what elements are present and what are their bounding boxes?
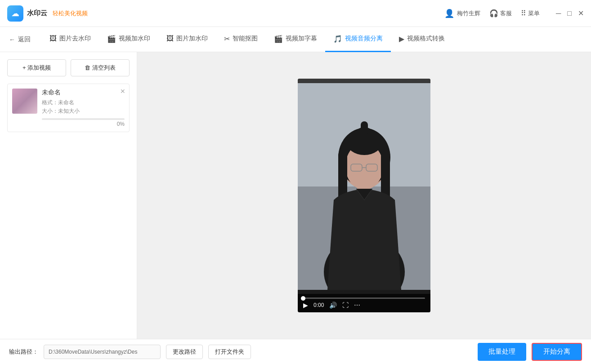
logo-icon: ☁ (7, 5, 23, 22)
user-name: 梅竹生辉 (457, 9, 480, 18)
more-button[interactable]: ⋯ (354, 302, 360, 309)
file-close-button[interactable]: ✕ (120, 88, 125, 95)
file-format: 格式：未命名 (42, 98, 125, 107)
format-value: 未命名 (58, 99, 74, 106)
file-info: 未命名 格式：未命名 大小：未知大小 0% (42, 89, 125, 127)
tab-video-format-convert-label: 视频格式转换 (407, 35, 445, 43)
tab-video-format-convert[interactable]: ▶ 视频格式转换 (391, 27, 453, 52)
clear-list-button[interactable]: 🗑 清空列表 (71, 59, 130, 76)
change-path-button[interactable]: 更改路径 (166, 345, 203, 359)
tab-remove-watermark[interactable]: 🖼 图片去水印 (41, 27, 99, 52)
minimize-btn[interactable]: ─ (556, 9, 561, 18)
customer-service-label: 客服 (500, 9, 512, 18)
tab-add-subtitle[interactable]: 🎬 视频加字幕 (266, 27, 325, 52)
left-panel-buttons: + 添加视频 🗑 清空列表 (7, 59, 130, 76)
title-bar-right: 👤 梅竹生辉 🎧 客服 ⠿ 菜单 ─ □ ✕ (444, 9, 584, 18)
video-content[interactable] (298, 79, 430, 294)
file-thumb-preview (12, 89, 37, 114)
tab-remove-watermark-label: 图片去水印 (59, 35, 91, 43)
smart-cutout-icon: ✂ (224, 35, 230, 43)
tab-add-video-watermark-label: 视频加水印 (119, 35, 150, 43)
customer-service-btn[interactable]: 🎧 客服 (489, 9, 512, 18)
video-ctrl-row: ▶ 0:00 🔊 ⛶ ⋯ (303, 302, 425, 309)
window-controls: ─ □ ✕ (556, 9, 584, 18)
add-video-watermark-icon: 🎬 (107, 35, 116, 43)
close-btn[interactable]: ✕ (578, 9, 584, 18)
logo-slogan: 轻松美化视频 (53, 9, 88, 18)
tab-add-subtitle-label: 视频加字幕 (286, 35, 317, 43)
start-split-button[interactable]: 开始分离 (532, 343, 582, 361)
remove-watermark-icon: 🖼 (49, 35, 57, 43)
file-name: 未命名 (42, 89, 125, 97)
tab-nav: ← 返回 🖼 图片去水印 🎬 视频加水印 🖼 图片加水印 ✂ 智能抠图 🎬 视频… (0, 27, 591, 52)
tab-video-audio-split-label: 视频音频分离 (345, 35, 383, 43)
video-frame (298, 83, 430, 290)
video-progress-dot (301, 296, 305, 301)
open-folder-button[interactable]: 打开文件夹 (208, 345, 251, 359)
file-size: 大小：未知大小 (42, 107, 125, 115)
back-button[interactable]: ← 返回 (9, 36, 38, 44)
bottom-right-buttons: 批量处理 开始分离 (478, 343, 582, 361)
format-label: 格式： (42, 99, 58, 106)
bottom-bar: 输出路径： D:\360MoveData\Users\zhangyz\Des 更… (0, 339, 591, 364)
file-progress-text: 0% (42, 121, 125, 127)
output-path-text: D:\360MoveData\Users\zhangyz\Des (49, 349, 137, 355)
size-value: 未知大小 (58, 108, 80, 114)
logo-text: 水印云 (27, 9, 47, 18)
video-time: 0:00 (313, 302, 324, 308)
user-info[interactable]: 👤 梅竹生辉 (444, 9, 480, 18)
svg-rect-11 (361, 121, 368, 135)
file-thumbnail (12, 89, 37, 114)
video-format-convert-icon: ▶ (399, 35, 404, 43)
file-progress-bar (42, 118, 125, 120)
menu-label: 菜单 (528, 9, 540, 18)
play-button[interactable]: ▶ (303, 302, 308, 309)
batch-process-button[interactable]: 批量处理 (478, 343, 526, 361)
volume-button[interactable]: 🔊 (329, 302, 337, 309)
menu-btn[interactable]: ⠿ 菜单 (521, 9, 540, 18)
maximize-btn[interactable]: □ (567, 9, 572, 18)
title-bar: ☁ 水印云 轻松美化视频 👤 梅竹生辉 🎧 客服 ⠿ 菜单 ─ □ ✕ (0, 0, 591, 27)
output-path: D:\360MoveData\Users\zhangyz\Des (44, 345, 161, 359)
fullscreen-button[interactable]: ⛶ (342, 302, 349, 309)
video-controls: ▶ 0:00 🔊 ⛶ ⋯ (298, 294, 430, 312)
tab-smart-cutout-label: 智能抠图 (233, 35, 258, 43)
tab-add-video-watermark[interactable]: 🎬 视频加水印 (99, 27, 158, 52)
add-subtitle-icon: 🎬 (274, 35, 283, 43)
left-panel: + 添加视频 🗑 清空列表 未命名 格式：未命名 大小：未知大小 0% ✕ (0, 52, 137, 339)
right-panel: ▶ 0:00 🔊 ⛶ ⋯ (137, 52, 591, 339)
tab-smart-cutout[interactable]: ✂ 智能抠图 (216, 27, 266, 52)
back-arrow-icon: ← (9, 36, 15, 43)
video-preview: ▶ 0:00 🔊 ⛶ ⋯ (298, 79, 430, 312)
back-label: 返回 (18, 36, 31, 44)
add-video-button[interactable]: + 添加视频 (7, 59, 66, 76)
video-audio-split-icon: 🎵 (333, 35, 342, 43)
file-item: 未命名 格式：未命名 大小：未知大小 0% ✕ (7, 84, 130, 132)
main-content: + 添加视频 🗑 清空列表 未命名 格式：未命名 大小：未知大小 0% ✕ (0, 52, 591, 339)
output-label: 输出路径： (9, 348, 38, 356)
tab-add-image-watermark[interactable]: 🖼 图片加水印 (158, 27, 216, 52)
tab-add-image-watermark-label: 图片加水印 (176, 35, 208, 43)
size-label: 大小： (42, 108, 58, 114)
logo-area: ☁ 水印云 轻松美化视频 (7, 5, 88, 22)
video-progress-bar[interactable] (303, 297, 425, 299)
add-image-watermark-icon: 🖼 (166, 35, 174, 43)
tab-video-audio-split[interactable]: 🎵 视频音频分离 (325, 27, 391, 52)
